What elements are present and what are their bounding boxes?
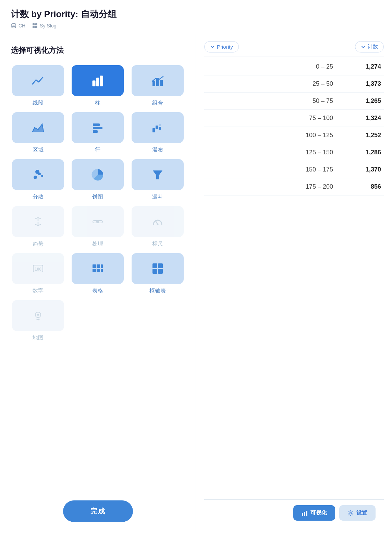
settings-button-label: 设置 [356, 509, 367, 517]
grid-icon [32, 23, 38, 28]
viz-item-number: 100 数字 [11, 253, 65, 295]
viz-item-pivot[interactable]: 枢轴表 [131, 253, 185, 295]
page-title: 计数 by Priority: 自动分组 [11, 8, 381, 20]
svg-rect-39 [158, 269, 163, 274]
svg-rect-31 [97, 264, 100, 268]
table-row: 50 – 75 1,265 [204, 93, 384, 110]
line-chart-icon [31, 74, 45, 87]
viz-btn-scatter[interactable] [12, 159, 64, 190]
svg-rect-30 [93, 264, 96, 268]
table-row: 125 – 150 1,286 [204, 144, 384, 161]
viz-item-scatter[interactable]: 分散 [11, 159, 65, 201]
svg-rect-11 [93, 123, 100, 126]
row-count: 1,324 [354, 115, 381, 122]
viz-item-bar[interactable]: 柱 [71, 65, 125, 107]
viz-btn-waterfall[interactable] [132, 112, 184, 143]
viz-btn-map [12, 300, 64, 331]
svg-rect-44 [306, 511, 307, 516]
viz-item-trend: 趋势 [11, 206, 65, 248]
viz-btn-row[interactable] [72, 112, 124, 143]
viz-btn-trend [12, 206, 64, 237]
table-row: 25 – 50 1,373 [204, 75, 384, 93]
viz-label-trend: 趋势 [33, 240, 44, 248]
svg-point-21 [35, 170, 39, 174]
viz-btn-table[interactable] [72, 253, 124, 284]
settings-button[interactable]: 设置 [339, 505, 376, 521]
viz-btn-area[interactable] [12, 112, 64, 143]
row-count: 1,373 [354, 80, 381, 87]
meta-ch: CH [11, 23, 25, 28]
svg-point-18 [34, 176, 37, 179]
svg-point-45 [350, 512, 352, 514]
viz-btn-line[interactable] [12, 65, 64, 96]
number-chart-icon: 100 [31, 262, 45, 275]
viz-item-process: 处理 [71, 206, 125, 248]
viz-btn-combo[interactable] [132, 65, 184, 96]
viz-btn-pivot[interactable] [132, 253, 184, 284]
svg-rect-42 [302, 513, 303, 516]
bottom-bar: 可视化 设置 [204, 499, 384, 526]
viz-item-map: 地图 [11, 300, 65, 342]
pivot-chart-icon [151, 262, 164, 275]
data-table-body: 0 – 25 1,274 25 – 50 1,373 50 – 75 1,265… [204, 58, 384, 196]
bar-chart-icon-bottom [302, 510, 308, 516]
funnel-chart-icon [151, 168, 164, 181]
viz-btn-process [72, 206, 124, 237]
svg-rect-16 [159, 127, 161, 130]
right-content: Priority 计数 0 [204, 41, 384, 499]
svg-rect-33 [93, 269, 96, 272]
row-count: 1,252 [354, 132, 381, 139]
row-range: 25 – 50 [207, 80, 354, 87]
viz-item-table[interactable]: 表格 [71, 253, 125, 295]
svg-rect-43 [304, 512, 305, 516]
svg-rect-32 [101, 264, 103, 268]
gear-icon [347, 510, 354, 516]
table-row: 175 – 200 856 [204, 178, 384, 196]
svg-rect-13 [93, 130, 98, 133]
svg-point-0 [12, 24, 16, 25]
row-chart-icon [91, 121, 105, 134]
area-chart-icon [31, 121, 45, 134]
col-header-priority[interactable]: Priority [204, 41, 239, 52]
scatter-chart-icon [31, 168, 45, 181]
viz-grid: 线段 柱 [11, 65, 185, 342]
viz-item-waterfall[interactable]: 瀑布 [131, 112, 185, 154]
done-button[interactable]: 完成 [63, 500, 133, 522]
map-chart-icon [31, 309, 45, 322]
viz-item-row[interactable]: 行 [71, 112, 125, 154]
svg-rect-36 [152, 263, 157, 268]
viz-item-funnel[interactable]: 漏斗 [131, 159, 185, 201]
viz-item-combo[interactable]: 组合 [131, 65, 185, 107]
row-range: 125 – 150 [207, 149, 354, 156]
col-header-count[interactable]: 计数 [355, 41, 384, 52]
right-panel: Priority 计数 0 [196, 34, 392, 533]
done-button-wrap: 完成 [0, 500, 196, 522]
viz-label-process: 处理 [92, 240, 103, 248]
right-panel-inner: Priority 计数 0 [204, 41, 384, 526]
svg-rect-4 [35, 26, 37, 28]
row-count: 1,370 [354, 166, 381, 173]
viz-btn-pie[interactable] [72, 159, 124, 190]
viz-label-funnel: 漏斗 [152, 193, 163, 201]
meta-ch-text: CH [19, 23, 25, 28]
viz-item-line[interactable]: 线段 [11, 65, 65, 107]
chevron-down-icon-priority [210, 45, 215, 49]
viz-item-area[interactable]: 区域 [11, 112, 65, 154]
viz-label-bar: 柱 [95, 99, 100, 107]
left-panel: 选择可视化方法 线段 柱 [0, 34, 196, 533]
viz-item-pie[interactable]: 饼图 [71, 159, 125, 201]
viz-btn-bar[interactable] [72, 65, 124, 96]
viz-btn-funnel[interactable] [132, 159, 184, 190]
row-range: 100 – 125 [207, 132, 354, 139]
svg-rect-10 [160, 80, 163, 86]
table-row: 100 – 125 1,252 [204, 127, 384, 144]
meta-syslog-text: Sy Slog [40, 23, 56, 28]
visualize-button[interactable]: 可视化 [293, 505, 335, 521]
svg-rect-37 [158, 263, 163, 268]
viz-label-map: 地图 [33, 334, 44, 342]
svg-rect-38 [152, 269, 157, 274]
row-count: 856 [354, 183, 381, 190]
viz-label-row: 行 [95, 146, 100, 154]
svg-rect-2 [35, 23, 37, 25]
waterfall-chart-icon [151, 121, 164, 134]
